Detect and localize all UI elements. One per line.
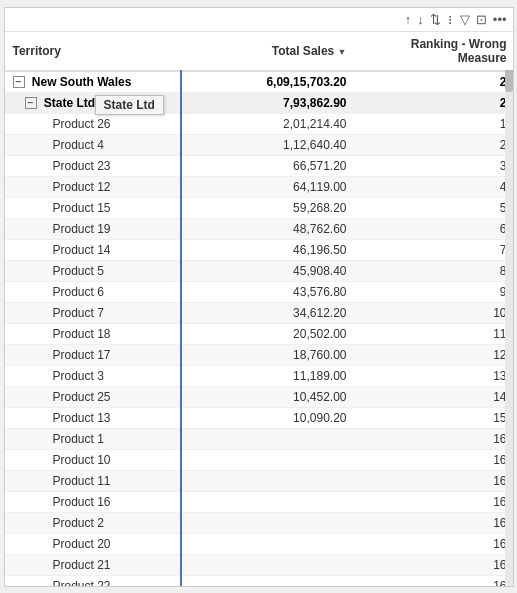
- cell-stateltd-ranking: 2: [355, 92, 513, 113]
- cell-product-ranking: 16: [355, 533, 513, 554]
- cell-product-name: Product 14: [5, 239, 185, 260]
- cell-product-ranking: 12: [355, 344, 513, 365]
- sort-arrow-icon: ▼: [338, 47, 347, 57]
- cell-stateltd-territory: − State Ltd State Ltd: [5, 92, 185, 113]
- table-row[interactable]: Product 17 18,760.00 12: [5, 344, 513, 365]
- bars-icon[interactable]: ⫶: [447, 12, 454, 27]
- cell-product-name: Product 16: [5, 491, 185, 512]
- cell-product-name: Product 4: [5, 134, 185, 155]
- sort-asc-icon[interactable]: ↑: [405, 12, 412, 27]
- sort-desc-icon[interactable]: ↓: [417, 12, 424, 27]
- table-row[interactable]: Product 10 16: [5, 449, 513, 470]
- sort-both-icon[interactable]: ⇅: [430, 12, 441, 27]
- cell-product-sales: 10,452.00: [185, 386, 355, 407]
- cell-product-ranking: 3: [355, 155, 513, 176]
- cell-product-ranking: 1: [355, 113, 513, 134]
- table-row[interactable]: Product 14 46,196.50 7: [5, 239, 513, 260]
- cell-product-ranking: 16: [355, 470, 513, 491]
- cell-product-sales: 34,612.20: [185, 302, 355, 323]
- cell-product-name: Product 20: [5, 533, 185, 554]
- cell-product-sales: [185, 512, 355, 533]
- col-header-sales[interactable]: Total Sales ▼: [185, 32, 355, 71]
- cell-nsw-ranking: 2: [355, 71, 513, 93]
- table-row[interactable]: Product 1 16: [5, 428, 513, 449]
- data-table: Territory Total Sales ▼ Ranking - Wrong …: [5, 32, 513, 586]
- table-row[interactable]: Product 7 34,612.20 10: [5, 302, 513, 323]
- cell-product-name: Product 13: [5, 407, 185, 428]
- table-row[interactable]: Product 25 10,452.00 14: [5, 386, 513, 407]
- filter-icon[interactable]: ▽: [460, 12, 470, 27]
- row-new-south-wales[interactable]: − New South Wales 6,09,15,703.20 2: [5, 71, 513, 93]
- cell-product-sales: 1,12,640.40: [185, 134, 355, 155]
- table-row[interactable]: Product 18 20,502.00 11: [5, 323, 513, 344]
- tooltip-stateltd: State Ltd: [95, 95, 164, 115]
- cell-product-sales: 59,268.20: [185, 197, 355, 218]
- cell-product-sales: 11,189.00: [185, 365, 355, 386]
- cell-product-ranking: 8: [355, 260, 513, 281]
- cell-stateltd-sales: 7,93,862.90: [185, 92, 355, 113]
- cell-product-name: Product 3: [5, 365, 185, 386]
- cell-product-name: Product 6: [5, 281, 185, 302]
- cell-product-sales: [185, 449, 355, 470]
- col-header-ranking[interactable]: Ranking - Wrong Measure: [355, 32, 513, 71]
- cell-product-ranking: 16: [355, 512, 513, 533]
- cell-product-ranking: 13: [355, 365, 513, 386]
- cell-product-name: Product 23: [5, 155, 185, 176]
- cell-product-ranking: 6: [355, 218, 513, 239]
- table-row[interactable]: Product 15 59,268.20 5: [5, 197, 513, 218]
- cell-product-sales: 2,01,214.40: [185, 113, 355, 134]
- table-row[interactable]: Product 5 45,908.40 8: [5, 260, 513, 281]
- cell-product-name: Product 17: [5, 344, 185, 365]
- cell-product-name: Product 12: [5, 176, 185, 197]
- table-row[interactable]: Product 4 1,12,640.40 2: [5, 134, 513, 155]
- table-row[interactable]: Product 2 16: [5, 512, 513, 533]
- cell-product-sales: 10,090.20: [185, 407, 355, 428]
- table-row[interactable]: Product 11 16: [5, 470, 513, 491]
- cell-product-name: Product 15: [5, 197, 185, 218]
- cell-product-ranking: 16: [355, 575, 513, 586]
- cell-product-name: Product 2: [5, 512, 185, 533]
- table-row[interactable]: Product 19 48,762.60 6: [5, 218, 513, 239]
- table-wrapper: Territory Total Sales ▼ Ranking - Wrong …: [5, 32, 513, 586]
- collapse-nsw-icon[interactable]: −: [13, 76, 25, 88]
- cell-product-ranking: 11: [355, 323, 513, 344]
- table-row[interactable]: Product 6 43,576.80 9: [5, 281, 513, 302]
- cell-product-sales: [185, 428, 355, 449]
- cell-product-sales: [185, 533, 355, 554]
- table-row[interactable]: Product 21 16: [5, 554, 513, 575]
- collapse-stateltd-icon[interactable]: −: [25, 97, 37, 109]
- table-row[interactable]: Product 13 10,090.20 15: [5, 407, 513, 428]
- cell-product-sales: 18,760.00: [185, 344, 355, 365]
- cell-product-ranking: 16: [355, 491, 513, 512]
- cell-product-name: Product 26: [5, 113, 185, 134]
- cell-product-name: Product 10: [5, 449, 185, 470]
- cell-product-ranking: 10: [355, 302, 513, 323]
- cell-product-ranking: 14: [355, 386, 513, 407]
- table-row[interactable]: Product 22 16: [5, 575, 513, 586]
- cell-product-name: Product 18: [5, 323, 185, 344]
- cell-nsw-sales: 6,09,15,703.20: [185, 71, 355, 93]
- cell-product-ranking: 16: [355, 554, 513, 575]
- cell-product-sales: 46,196.50: [185, 239, 355, 260]
- cell-product-sales: 43,576.80: [185, 281, 355, 302]
- row-state-ltd[interactable]: − State Ltd State Ltd 7,93,862.90 2: [5, 92, 513, 113]
- cell-product-name: Product 7: [5, 302, 185, 323]
- more-icon[interactable]: •••: [493, 12, 507, 27]
- cell-product-ranking: 2: [355, 134, 513, 155]
- table-row[interactable]: Product 26 2,01,214.40 1: [5, 113, 513, 134]
- cell-product-sales: 45,908.40: [185, 260, 355, 281]
- cell-product-sales: [185, 554, 355, 575]
- table-row[interactable]: Product 12 64,119.00 4: [5, 176, 513, 197]
- cell-nsw-territory: − New South Wales: [5, 71, 185, 93]
- table-row[interactable]: Product 3 11,189.00 13: [5, 365, 513, 386]
- table-row[interactable]: Product 23 66,571.20 3: [5, 155, 513, 176]
- cell-product-name: Product 5: [5, 260, 185, 281]
- cell-product-name: Product 11: [5, 470, 185, 491]
- col-header-territory[interactable]: Territory: [5, 32, 185, 71]
- table-row[interactable]: Product 16 16: [5, 491, 513, 512]
- cell-product-name: Product 19: [5, 218, 185, 239]
- scrollbar[interactable]: [505, 32, 513, 586]
- cell-product-name: Product 25: [5, 386, 185, 407]
- expand-icon[interactable]: ⊡: [476, 12, 487, 27]
- table-row[interactable]: Product 20 16: [5, 533, 513, 554]
